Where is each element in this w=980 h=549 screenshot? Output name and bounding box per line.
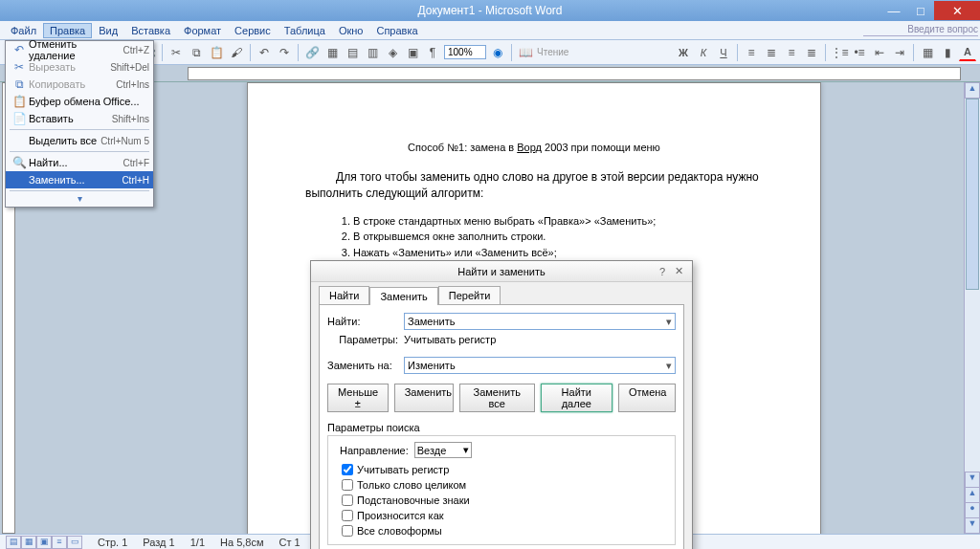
menu-separator (10, 129, 149, 130)
maximize-button[interactable]: □ (907, 1, 934, 20)
map-icon[interactable]: ▣ (404, 44, 421, 61)
copy-icon[interactable]: ⧉ (188, 44, 205, 61)
close-button[interactable]: ✕ (934, 1, 980, 20)
underline-icon[interactable]: Ч (715, 44, 732, 61)
font-color-icon[interactable]: A (959, 44, 976, 61)
whole-word-checkbox[interactable]: Только слово целиком (342, 477, 669, 493)
horizontal-ruler[interactable] (188, 67, 961, 80)
ask-question-box[interactable]: Введите вопрос (863, 24, 978, 36)
zoom-combo[interactable]: 100% (444, 45, 486, 59)
italic-icon[interactable]: К (695, 44, 712, 61)
drawing-icon[interactable]: ◈ (384, 44, 401, 61)
link-icon[interactable]: 🔗 (303, 44, 321, 61)
menu-view[interactable]: Вид (92, 23, 124, 38)
match-case-checkbox[interactable]: Учитывать регистр (342, 462, 669, 477)
menu-paste[interactable]: 📄ВставитьShift+Ins (6, 110, 153, 127)
menu-edit[interactable]: Правка (43, 23, 92, 38)
paste-icon: 📄 (10, 112, 29, 125)
cut-icon[interactable]: ✂ (167, 44, 185, 61)
menu-insert[interactable]: Вставка (124, 23, 177, 38)
toolbar-sep (162, 44, 163, 61)
copy-icon: ⧉ (10, 77, 29, 91)
menu-window[interactable]: Окно (332, 23, 370, 38)
direction-combo[interactable]: Везде (414, 442, 472, 458)
paste-icon[interactable]: 📋 (208, 44, 225, 61)
menu-bar: Файл Правка Вид Вставка Формат Сервис Та… (0, 21, 980, 40)
find-next-button[interactable]: Найти далее (541, 384, 612, 412)
menu-replace[interactable]: Заменить...Ctrl+H (6, 171, 153, 188)
tab-replace[interactable]: Заменить (369, 287, 437, 305)
browse-object-icon[interactable]: ● (965, 502, 980, 518)
align-right-icon[interactable]: ≡ (783, 44, 800, 61)
dialog-help-icon[interactable]: ? (659, 266, 665, 277)
list-item: Нажать «Заменить» или «Заменить всё»; (353, 245, 763, 261)
show-para-icon[interactable]: ¶ (424, 44, 441, 61)
undo-icon: ↶ (10, 43, 29, 56)
vertical-scrollbar[interactable]: ▲ ▼ ▲ ● ▼ (964, 82, 980, 534)
numbering-icon[interactable]: ⋮≡ (831, 44, 848, 61)
reading-icon[interactable]: 📖 (517, 44, 534, 61)
format-painter-icon[interactable]: 🖌 (228, 44, 245, 61)
menu-undo[interactable]: ↶Отменить удалениеCtrl+Z (6, 41, 153, 58)
menu-table[interactable]: Таблица (278, 23, 332, 38)
replace-button[interactable]: Заменить (394, 384, 454, 412)
help-icon[interactable]: ◉ (489, 44, 506, 61)
borders-icon[interactable]: ▦ (919, 44, 936, 61)
indent-icon[interactable]: ⇥ (891, 44, 908, 61)
minimize-button[interactable]: — (880, 1, 907, 20)
bullets-icon[interactable]: •≡ (851, 44, 868, 61)
search-params-label: Параметры поиска (327, 422, 676, 433)
normal-view-icon[interactable]: ▤ (6, 536, 21, 549)
menu-expand-icon[interactable]: ▾ (6, 193, 153, 207)
menu-select-all[interactable]: Выделить всеCtrl+Num 5 (6, 132, 153, 149)
web-view-icon[interactable]: ▦ (21, 536, 36, 549)
status-page: Стр. 1 (98, 537, 127, 548)
bold-icon[interactable]: Ж (675, 44, 692, 61)
print-view-icon[interactable]: ▣ (36, 536, 52, 549)
replace-all-button[interactable]: Заменить все (459, 384, 535, 412)
dialog-tabs: Найти Заменить Перейти (311, 282, 692, 304)
sounds-like-checkbox[interactable]: Произносится как (342, 508, 669, 523)
wildcards-checkbox[interactable]: Подстановочные знаки (342, 493, 669, 508)
menu-cut[interactable]: ✂ВырезатьShift+Del (6, 58, 153, 76)
justify-icon[interactable]: ≣ (803, 44, 820, 61)
menu-clipboard[interactable]: 📋Буфер обмена Office... (6, 93, 153, 110)
menu-format[interactable]: Формат (177, 23, 228, 38)
word-forms-checkbox[interactable]: Все словоформы (342, 523, 669, 538)
tab-goto[interactable]: Перейти (438, 286, 501, 304)
menu-file[interactable]: Файл (4, 23, 43, 38)
reading-view-icon[interactable]: ▭ (67, 536, 82, 549)
list-item: В строке стандартных меню выбрать «Правк… (353, 213, 763, 230)
columns-icon[interactable]: ▥ (364, 44, 381, 61)
cancel-button[interactable]: Отмена (618, 384, 676, 412)
reading-label[interactable]: Чтение (537, 47, 568, 57)
prev-page-icon[interactable]: ▲ (965, 487, 980, 503)
menu-separator (10, 190, 149, 191)
next-page-icon[interactable]: ▼ (965, 517, 980, 534)
excel-icon[interactable]: ▤ (344, 44, 361, 61)
menu-help[interactable]: Справка (369, 23, 424, 38)
replace-input[interactable]: Изменить (404, 357, 676, 374)
scroll-thumb[interactable] (966, 99, 979, 290)
window-title: Документ1 - Microsoft Word (417, 4, 562, 17)
window-buttons: — □ ✕ (880, 1, 980, 20)
outline-view-icon[interactable]: ≡ (52, 536, 67, 549)
dialog-close-icon[interactable]: ✕ (669, 265, 688, 277)
less-button[interactable]: Меньше ± (327, 384, 389, 412)
scroll-up-icon[interactable]: ▲ (965, 82, 980, 99)
find-input[interactable]: Заменить (404, 313, 676, 330)
dialog-title-bar[interactable]: Найти и заменить ? ✕ (311, 261, 692, 282)
undo-icon[interactable]: ↶ (256, 44, 273, 61)
menu-find[interactable]: 🔍Найти...Ctrl+F (6, 154, 153, 171)
find-replace-dialog: Найти и заменить ? ✕ Найти Заменить Пере… (310, 260, 693, 549)
align-center-icon[interactable]: ≣ (763, 44, 780, 61)
scroll-down-icon[interactable]: ▼ (965, 472, 980, 488)
menu-copy[interactable]: ⧉КопироватьCtrl+Ins (6, 76, 153, 93)
menu-tools[interactable]: Сервис (228, 23, 278, 38)
highlight-icon[interactable]: ▮ (939, 44, 956, 61)
align-left-icon[interactable]: ≡ (743, 44, 760, 61)
table-icon[interactable]: ▦ (323, 44, 341, 61)
redo-icon[interactable]: ↷ (276, 44, 293, 61)
tab-find[interactable]: Найти (319, 286, 369, 304)
outdent-icon[interactable]: ⇤ (871, 44, 888, 61)
